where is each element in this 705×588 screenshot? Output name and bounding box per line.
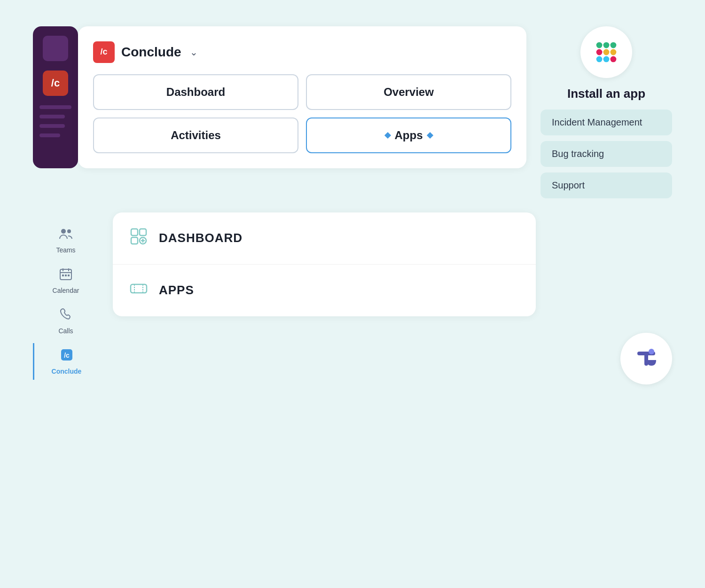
app-icon: /c (93, 41, 115, 63)
svg-rect-7 (611, 49, 617, 55)
app-title: Conclude (121, 45, 181, 60)
teams-label: Teams (56, 246, 75, 254)
sidebar-avatar (43, 36, 68, 61)
dashboard-row-1[interactable]: DASHBOARD (113, 212, 536, 265)
svg-rect-26 (131, 284, 147, 293)
apps-button[interactable]: Apps (306, 118, 511, 153)
bottom-right-col (550, 212, 672, 389)
svg-point-10 (67, 229, 71, 233)
sidebar-item-calendar[interactable]: Calendar (33, 262, 99, 299)
svg-rect-15 (62, 274, 64, 276)
svg-point-9 (61, 229, 66, 234)
svg-rect-17 (68, 274, 70, 276)
dashboard-panel: DASHBOARD APPS (113, 212, 536, 316)
dashboard-row-2[interactable]: APPS (113, 265, 536, 316)
sidebar-menu-items (39, 105, 71, 137)
svg-rect-20 (131, 229, 138, 235)
install-incident-management[interactable]: Incident Management (540, 110, 672, 135)
dashboard-label: DASHBOARD (159, 231, 243, 245)
svg-rect-21 (140, 229, 146, 235)
left-sidebar: /c (33, 26, 78, 168)
svg-rect-3 (596, 49, 603, 55)
sidebar-item-teams[interactable]: Teams (33, 222, 99, 259)
install-support[interactable]: Support (540, 172, 672, 198)
sidebar-item-calls[interactable]: Calls (33, 303, 99, 339)
svg-rect-1 (603, 42, 610, 48)
conclude-nav-icon: /c (60, 348, 74, 365)
overview-button[interactable]: Overview (306, 74, 511, 110)
install-app-section: Install an app (567, 86, 645, 101)
svg-point-30 (649, 349, 654, 354)
sidebar-bar-2 (39, 115, 65, 118)
dashboard-grid-icon (130, 227, 148, 249)
sidebar-item-conclude[interactable]: /c Conclude (33, 343, 99, 380)
app-header: /c Conclude ⌄ (93, 41, 511, 63)
svg-rect-0 (596, 42, 603, 48)
svg-rect-4 (596, 56, 603, 62)
sidebar-bar-3 (39, 124, 65, 128)
sidebar-bar-1 (39, 105, 71, 109)
calls-label: Calls (58, 327, 73, 335)
dashboard-button[interactable]: Dashboard (93, 74, 298, 110)
svg-rect-6 (611, 42, 617, 48)
diamond-left-icon (384, 132, 391, 138)
apps-ticket-icon (130, 280, 148, 301)
install-app-title: Install an app (567, 86, 645, 101)
main-app-panel: /c Conclude ⌄ Dashboard Overview Activit… (78, 26, 526, 168)
teams-sidebar: Teams Calendar (33, 212, 99, 389)
conclude-label: Conclude (52, 368, 82, 375)
install-bug-tracking[interactable]: Bug tracking (540, 141, 672, 167)
svg-rect-2 (603, 49, 610, 55)
teams-logo (620, 333, 672, 384)
calendar-label: Calendar (53, 287, 79, 294)
install-app-list: Incident Management Bug tracking Support (540, 110, 672, 198)
nav-buttons-grid: Dashboard Overview Activities Apps (93, 74, 511, 153)
top-right-col: Install an app Incident Management Bug t… (540, 26, 672, 198)
sidebar-bar-4 (39, 133, 60, 137)
svg-rect-8 (611, 56, 617, 62)
calendar-icon (59, 267, 73, 284)
diamond-right-icon (426, 132, 433, 138)
teams-icon (59, 227, 73, 244)
activities-button[interactable]: Activities (93, 118, 298, 153)
sidebar-conclude-icon[interactable]: /c (43, 71, 68, 96)
svg-text:/c: /c (64, 352, 70, 359)
apps-label: APPS (159, 283, 194, 298)
svg-rect-16 (65, 274, 67, 276)
svg-rect-5 (603, 56, 610, 62)
slack-logo (580, 26, 632, 78)
svg-rect-22 (131, 237, 138, 244)
chevron-down-icon[interactable]: ⌄ (190, 47, 198, 58)
calls-icon (59, 307, 73, 325)
